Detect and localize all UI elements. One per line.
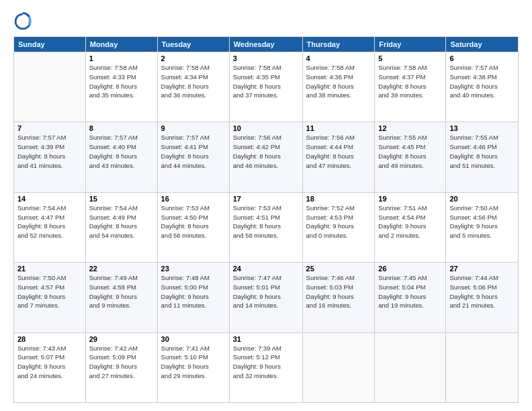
day-info: Sunrise: 7:45 AM Sunset: 5:04 PM Dayligh…: [378, 273, 442, 310]
calendar-cell: 7Sunrise: 7:57 AM Sunset: 4:39 PM Daylig…: [14, 122, 86, 192]
day-number: 24: [233, 265, 299, 273]
calendar-cell: 5Sunrise: 7:58 AM Sunset: 4:37 PM Daylig…: [375, 52, 446, 122]
day-info: Sunrise: 7:54 AM Sunset: 4:47 PM Dayligh…: [17, 203, 82, 240]
calendar-cell: 1Sunrise: 7:58 AM Sunset: 4:33 PM Daylig…: [85, 52, 157, 122]
day-info: Sunrise: 7:57 AM Sunset: 4:38 PM Dayligh…: [449, 63, 515, 100]
calendar-cell: 4Sunrise: 7:58 AM Sunset: 4:36 PM Daylig…: [302, 52, 375, 122]
day-info: Sunrise: 7:50 AM Sunset: 4:56 PM Dayligh…: [449, 203, 515, 240]
calendar-cell: 8Sunrise: 7:57 AM Sunset: 4:40 PM Daylig…: [85, 122, 157, 192]
day-number: 22: [89, 265, 154, 273]
day-info: Sunrise: 7:55 AM Sunset: 4:45 PM Dayligh…: [378, 133, 442, 170]
day-info: Sunrise: 7:54 AM Sunset: 4:49 PM Dayligh…: [89, 203, 154, 240]
calendar-cell: 13Sunrise: 7:55 AM Sunset: 4:46 PM Dayli…: [446, 122, 519, 192]
calendar-cell: 2Sunrise: 7:58 AM Sunset: 4:34 PM Daylig…: [157, 52, 229, 122]
day-number: 26: [378, 265, 442, 273]
day-number: 29: [89, 335, 154, 343]
day-number: 19: [378, 195, 442, 203]
day-info: Sunrise: 7:58 AM Sunset: 4:36 PM Dayligh…: [306, 63, 371, 100]
calendar-header-saturday: Saturday: [446, 37, 519, 52]
calendar-cell: 10Sunrise: 7:56 AM Sunset: 4:42 PM Dayli…: [229, 122, 302, 192]
day-info: Sunrise: 7:53 AM Sunset: 4:50 PM Dayligh…: [161, 203, 226, 240]
calendar-cell: [302, 332, 375, 402]
day-info: Sunrise: 7:48 AM Sunset: 5:00 PM Dayligh…: [161, 273, 226, 310]
calendar-cell: 11Sunrise: 7:56 AM Sunset: 4:44 PM Dayli…: [302, 122, 375, 192]
calendar-cell: 22Sunrise: 7:49 AM Sunset: 4:58 PM Dayli…: [85, 263, 157, 332]
day-info: Sunrise: 7:58 AM Sunset: 4:35 PM Dayligh…: [233, 63, 299, 100]
calendar-week-3: 14Sunrise: 7:54 AM Sunset: 4:47 PM Dayli…: [14, 192, 519, 262]
day-info: Sunrise: 7:46 AM Sunset: 5:03 PM Dayligh…: [306, 273, 371, 310]
day-number: 23: [161, 265, 226, 273]
day-number: 31: [233, 335, 299, 343]
day-info: Sunrise: 7:56 AM Sunset: 4:44 PM Dayligh…: [306, 133, 371, 170]
day-number: 20: [449, 195, 515, 203]
calendar-cell: 9Sunrise: 7:57 AM Sunset: 4:41 PM Daylig…: [157, 122, 229, 192]
day-number: 13: [449, 124, 515, 132]
calendar-header-wednesday: Wednesday: [229, 37, 302, 52]
calendar-header-friday: Friday: [375, 37, 446, 52]
day-info: Sunrise: 7:52 AM Sunset: 4:53 PM Dayligh…: [306, 203, 371, 240]
calendar-cell: 31Sunrise: 7:39 AM Sunset: 5:12 PM Dayli…: [229, 332, 302, 402]
calendar-cell: 12Sunrise: 7:55 AM Sunset: 4:45 PM Dayli…: [375, 122, 446, 192]
calendar-week-4: 21Sunrise: 7:50 AM Sunset: 4:57 PM Dayli…: [14, 263, 519, 332]
day-number: 3: [233, 54, 299, 62]
day-info: Sunrise: 7:39 AM Sunset: 5:12 PM Dayligh…: [233, 344, 299, 381]
calendar-cell: 14Sunrise: 7:54 AM Sunset: 4:47 PM Dayli…: [14, 192, 86, 262]
page: SundayMondayTuesdayWednesdayThursdayFrid…: [0, 0, 532, 411]
calendar-cell: 19Sunrise: 7:51 AM Sunset: 4:54 PM Dayli…: [375, 192, 446, 262]
calendar-cell: 23Sunrise: 7:48 AM Sunset: 5:00 PM Dayli…: [157, 263, 229, 332]
day-number: 12: [378, 124, 442, 132]
calendar-header-monday: Monday: [85, 37, 157, 52]
calendar-cell: [446, 332, 519, 402]
day-info: Sunrise: 7:57 AM Sunset: 4:41 PM Dayligh…: [161, 133, 226, 170]
day-number: 4: [306, 54, 371, 62]
day-info: Sunrise: 7:43 AM Sunset: 5:07 PM Dayligh…: [17, 344, 82, 381]
calendar-cell: 24Sunrise: 7:47 AM Sunset: 5:01 PM Dayli…: [229, 263, 302, 332]
day-number: 6: [449, 54, 515, 62]
day-number: 14: [17, 195, 82, 203]
day-number: 9: [161, 124, 226, 132]
day-info: Sunrise: 7:58 AM Sunset: 4:37 PM Dayligh…: [378, 63, 442, 100]
day-info: Sunrise: 7:56 AM Sunset: 4:42 PM Dayligh…: [233, 133, 299, 170]
header: [13, 12, 519, 31]
day-number: 18: [306, 195, 371, 203]
calendar-cell: 30Sunrise: 7:41 AM Sunset: 5:10 PM Dayli…: [157, 332, 229, 402]
day-number: 7: [17, 124, 82, 132]
day-number: 1: [89, 54, 154, 62]
calendar-cell: 15Sunrise: 7:54 AM Sunset: 4:49 PM Dayli…: [85, 192, 157, 262]
day-number: 8: [89, 124, 154, 132]
day-number: 28: [17, 335, 82, 343]
day-info: Sunrise: 7:57 AM Sunset: 4:39 PM Dayligh…: [17, 133, 82, 170]
day-info: Sunrise: 7:50 AM Sunset: 4:57 PM Dayligh…: [17, 273, 82, 310]
day-number: 2: [161, 54, 226, 62]
calendar-header-row: SundayMondayTuesdayWednesdayThursdayFrid…: [14, 37, 519, 52]
calendar-week-5: 28Sunrise: 7:43 AM Sunset: 5:07 PM Dayli…: [14, 332, 519, 402]
day-info: Sunrise: 7:55 AM Sunset: 4:46 PM Dayligh…: [449, 133, 515, 170]
calendar-cell: 25Sunrise: 7:46 AM Sunset: 5:03 PM Dayli…: [302, 263, 375, 332]
day-number: 16: [161, 195, 226, 203]
logo-icon: [13, 12, 32, 31]
day-info: Sunrise: 7:51 AM Sunset: 4:54 PM Dayligh…: [378, 203, 442, 240]
day-info: Sunrise: 7:41 AM Sunset: 5:10 PM Dayligh…: [161, 344, 226, 381]
calendar-cell: 21Sunrise: 7:50 AM Sunset: 4:57 PM Dayli…: [14, 263, 86, 332]
calendar-cell: 26Sunrise: 7:45 AM Sunset: 5:04 PM Dayli…: [375, 263, 446, 332]
calendar-header-thursday: Thursday: [302, 37, 375, 52]
day-number: 10: [233, 124, 299, 132]
calendar-header-tuesday: Tuesday: [157, 37, 229, 52]
calendar-cell: 6Sunrise: 7:57 AM Sunset: 4:38 PM Daylig…: [446, 52, 519, 122]
calendar-cell: 28Sunrise: 7:43 AM Sunset: 5:07 PM Dayli…: [14, 332, 86, 402]
calendar-cell: 20Sunrise: 7:50 AM Sunset: 4:56 PM Dayli…: [446, 192, 519, 262]
day-info: Sunrise: 7:58 AM Sunset: 4:33 PM Dayligh…: [89, 63, 154, 100]
calendar-cell: 18Sunrise: 7:52 AM Sunset: 4:53 PM Dayli…: [302, 192, 375, 262]
day-number: 17: [233, 195, 299, 203]
calendar-cell: 27Sunrise: 7:44 AM Sunset: 5:06 PM Dayli…: [446, 263, 519, 332]
day-number: 30: [161, 335, 226, 343]
day-info: Sunrise: 7:42 AM Sunset: 5:09 PM Dayligh…: [89, 344, 154, 381]
day-number: 27: [449, 265, 515, 273]
day-info: Sunrise: 7:58 AM Sunset: 4:34 PM Dayligh…: [161, 63, 226, 100]
day-info: Sunrise: 7:47 AM Sunset: 5:01 PM Dayligh…: [233, 273, 299, 310]
day-info: Sunrise: 7:44 AM Sunset: 5:06 PM Dayligh…: [449, 273, 515, 310]
calendar-week-2: 7Sunrise: 7:57 AM Sunset: 4:39 PM Daylig…: [14, 122, 519, 192]
day-number: 11: [306, 124, 371, 132]
day-number: 5: [378, 54, 442, 62]
day-info: Sunrise: 7:53 AM Sunset: 4:51 PM Dayligh…: [233, 203, 299, 240]
